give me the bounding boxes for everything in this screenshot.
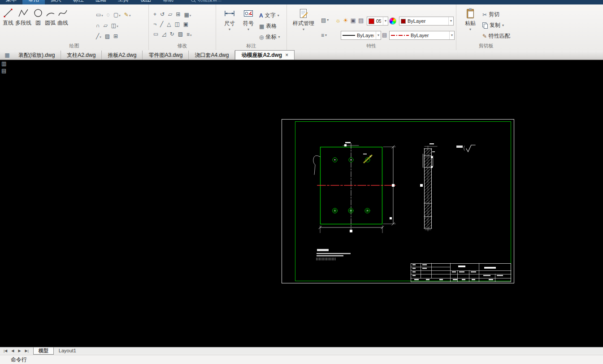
layer-freeze-sun-icon[interactable]: ☀ (343, 17, 348, 24)
line-icon (3, 7, 13, 19)
layer-lock-icon[interactable]: ▣ (351, 17, 356, 24)
color-select[interactable]: 05 ▾ (367, 17, 388, 26)
function-search-box[interactable] (191, 0, 230, 3)
menu-tab-view[interactable]: 视图 (134, 0, 157, 4)
circle-button[interactable]: 圆 (33, 7, 43, 27)
rectangle-tool-icon[interactable]: ▭▾ (96, 10, 103, 18)
layer-select[interactable]: ByLayer ▾ (399, 17, 454, 26)
grip-square (344, 144, 347, 146)
coordinate-button[interactable]: ◎ 坐标 ▾ (259, 33, 280, 41)
point-tool-icon[interactable]: ◌ (107, 10, 110, 18)
copy-icon (482, 22, 488, 28)
chamfer-tool-icon[interactable]: ◿ (162, 31, 166, 37)
menu-tab-insert[interactable]: 插入 (45, 0, 67, 4)
spline-button[interactable]: 曲线 (57, 7, 68, 27)
menu-tab-annotate[interactable]: 标注 (67, 0, 90, 4)
dashdot-preview (391, 34, 409, 36)
linetype-select[interactable]: ByLayer ▾ (341, 31, 381, 40)
menu-app-button[interactable]: 菜单 (0, 0, 22, 4)
construction-line-tool-icon[interactable]: ╱▾ (96, 32, 101, 40)
move-tool-icon[interactable]: + (153, 11, 156, 17)
close-icon[interactable]: × (285, 52, 288, 58)
grip-square (431, 166, 433, 168)
lineweight-select[interactable]: ByLayer ▾ (389, 31, 455, 40)
dropdown-icon: ▾ (502, 24, 504, 27)
menu-tab-help[interactable]: 帮助 (157, 0, 179, 4)
extend-tool-icon[interactable]: ▭ (153, 31, 158, 37)
layout-tab-bar: |◀ ◀ ▶ ▶| 模型 Layout1 (0, 347, 603, 354)
doc-tab-active[interactable]: 动模座板A2.dwg × (235, 50, 295, 60)
doc-tab[interactable]: 推板A2.dwg (102, 51, 143, 60)
paste-button[interactable]: 粘贴 ▾ (461, 8, 480, 31)
doc-tab[interactable]: 浇口套A4.dwg (189, 51, 235, 60)
drawing-canvas[interactable]: ▥ ▤ (0, 60, 603, 347)
color-wheel-icon[interactable] (389, 17, 396, 25)
sheet-tool-icon[interactable]: ▤ (1, 68, 6, 74)
hatch-tool-icon[interactable]: ▨ (105, 32, 110, 40)
style-manager-button[interactable]: 样式管理 ▾ (291, 8, 316, 31)
function-search-input[interactable] (197, 0, 230, 3)
doc-tab[interactable]: 支柱A2.dwg (61, 51, 102, 60)
arc-button[interactable]: 圆弧 (45, 7, 56, 27)
polyline-icon (18, 7, 29, 19)
menu-tab-tools[interactable]: 工具 (112, 0, 134, 4)
panel-draw-label: 绘图 (0, 43, 148, 49)
table-icon: ▦ (259, 23, 264, 30)
menu-tab-home[interactable]: 常用 (22, 0, 45, 4)
grid-tool-icon[interactable]: ⊞ (113, 32, 118, 40)
scale-tool-icon[interactable]: △ (167, 21, 171, 27)
doc-tab[interactable]: 零件图A3.dwg (143, 51, 189, 60)
search-icon (191, 0, 195, 2)
dimension-button[interactable]: 尺寸 ▾ (221, 8, 238, 31)
layer-list-button[interactable]: ≡ ▾ (321, 32, 327, 39)
rotate-tool-icon[interactable]: ↺ (160, 11, 165, 17)
layer-plot-printer-icon[interactable]: ▤ (358, 17, 364, 24)
polygon-tool-icon[interactable]: ▱ (104, 21, 108, 29)
dropdown-icon: ▾ (449, 31, 453, 39)
hatch-region-tool-icon[interactable]: ◫▾ (111, 21, 118, 29)
menu-tab-sheet[interactable]: 图幅 (90, 0, 112, 4)
arc-tool-icon[interactable]: ∩ (96, 21, 100, 29)
symbol-button[interactable]: 符号 ▾ (240, 8, 256, 31)
explode-tool-icon[interactable]: ▨ (178, 31, 183, 37)
stretch-tool-icon[interactable]: ◫ (174, 21, 179, 27)
more-modify-tool-icon[interactable]: ≡▾ (187, 30, 192, 38)
dropdown-icon: ▾ (327, 18, 329, 22)
ellipse-tool-icon[interactable]: ▢▾ (113, 10, 121, 18)
dropdown-icon: ▾ (469, 28, 471, 31)
title-block (411, 263, 511, 282)
text-button[interactable]: A 文字 ▾ (259, 12, 279, 19)
dropdown-icon: ▾ (448, 17, 452, 25)
command-line-bar[interactable]: 命令行 (0, 355, 603, 364)
tech-notes-title (317, 249, 329, 251)
array-tool-icon[interactable]: ⊞ (176, 11, 180, 17)
panel-properties: 样式管理 ▾ ▤ ▾ ≡ ▾ ☼ ☀ ▣ ▤ 05 ▾ (287, 4, 456, 50)
lineweight-icon[interactable]: ▤ (382, 32, 387, 38)
doc-tab[interactable]: 装配(缩放).dwg (13, 51, 61, 60)
viewport-tool-icon[interactable]: ▥ (1, 61, 6, 67)
polyline-button[interactable]: 多段线 (15, 7, 31, 27)
match-properties-button[interactable]: ✎ 特性匹配 (482, 32, 510, 40)
nav-next-button[interactable]: ▶ (18, 349, 21, 353)
layer-on-bulb-icon[interactable]: ☼ (335, 17, 341, 24)
text-icon: A (259, 13, 263, 19)
offset-tool-icon[interactable]: ¬ (153, 21, 156, 27)
nav-last-button[interactable]: ▶| (25, 349, 29, 353)
line-button[interactable]: 直线 (3, 7, 13, 27)
tab-layout1[interactable]: Layout1 (54, 347, 81, 354)
sketch-tool-icon[interactable]: ✎▾ (124, 10, 131, 18)
fillet-tool-icon[interactable]: ▣ (183, 21, 188, 27)
nav-first-button[interactable]: |◀ (4, 349, 7, 353)
copy-button[interactable]: 复制 ▾ (482, 21, 504, 29)
tab-model[interactable]: 模型 (33, 347, 54, 355)
table-button[interactable]: ▦ 表格 (259, 22, 277, 30)
tab-overview-icon[interactable]: ▦ (2, 51, 13, 60)
nav-prev-button[interactable]: ◀ (11, 349, 14, 353)
erase-tool-icon[interactable]: ▦▾ (184, 10, 191, 18)
mirror-tool-icon[interactable]: ▱ (168, 11, 172, 17)
cut-button[interactable]: ✂ 剪切 (482, 11, 499, 18)
grip-square (392, 184, 395, 187)
layer-sheet-button[interactable]: ▤ ▾ (321, 17, 329, 23)
trim-tool-icon[interactable]: ╱ (160, 21, 163, 27)
rotate-copy-tool-icon[interactable]: ↻ (170, 31, 174, 37)
